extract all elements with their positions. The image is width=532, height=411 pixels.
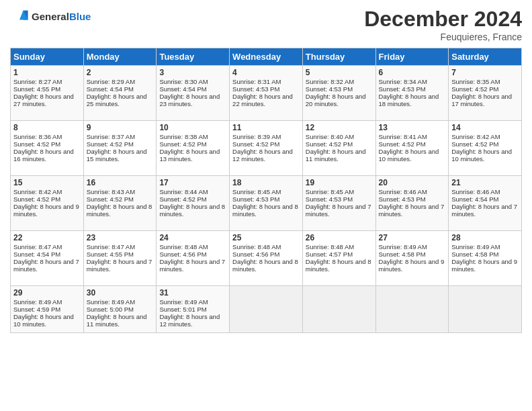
page-header: GeneralBlue December 2024 Feuquieres, Fr… <box>10 7 522 42</box>
table-row: 21Sunrise: 8:46 AMSunset: 4:54 PMDayligh… <box>449 176 522 231</box>
daylight-label: Daylight: 8 hours and 17 minutes. <box>451 93 512 107</box>
day-number: 8 <box>13 123 81 132</box>
table-row: 16Sunrise: 8:43 AMSunset: 4:52 PMDayligh… <box>83 176 157 231</box>
sunset-label: Sunset: 4:52 PM <box>87 140 134 148</box>
daylight-label: Daylight: 8 hours and 13 minutes. <box>159 148 220 163</box>
daylight-label: Daylight: 8 hours and 12 minutes. <box>232 148 293 163</box>
day-number: 17 <box>159 178 226 187</box>
sunset-label: Sunset: 4:53 PM <box>379 195 426 203</box>
daylight-label: Daylight: 8 hours and 25 minutes. <box>87 93 147 107</box>
table-row: 14Sunrise: 8:42 AMSunset: 4:52 PMDayligh… <box>449 121 522 176</box>
day-number: 7 <box>451 68 519 77</box>
logo-general: General <box>32 11 69 22</box>
sunrise-label: Sunrise: 8:42 AM <box>451 133 500 140</box>
table-row: 23Sunrise: 8:47 AMSunset: 4:55 PMDayligh… <box>83 231 157 286</box>
daylight-label: Daylight: 8 hours and 8 minutes. <box>232 203 298 218</box>
day-number: 21 <box>451 178 519 187</box>
sunset-label: Sunset: 4:54 PM <box>451 195 498 203</box>
col-saturday: Saturday <box>449 48 522 66</box>
table-row: 15Sunrise: 8:42 AMSunset: 4:52 PMDayligh… <box>11 176 84 231</box>
sunset-label: Sunset: 4:53 PM <box>306 85 353 93</box>
table-row: 5Sunrise: 8:32 AMSunset: 4:53 PMDaylight… <box>302 66 375 121</box>
day-number: 5 <box>306 68 373 77</box>
day-number: 11 <box>232 123 300 132</box>
sunrise-label: Sunrise: 8:49 AM <box>159 298 208 306</box>
table-row: 1Sunrise: 8:27 AMSunset: 4:55 PMDaylight… <box>11 66 84 121</box>
sunset-label: Sunset: 4:58 PM <box>451 250 498 258</box>
day-number: 3 <box>159 68 226 77</box>
daylight-label: Daylight: 8 hours and 8 minutes. <box>232 258 298 273</box>
sunrise-label: Sunrise: 8:45 AM <box>232 188 281 195</box>
sunrise-label: Sunrise: 8:46 AM <box>451 188 500 195</box>
daylight-label: Daylight: 8 hours and 10 minutes. <box>451 148 512 163</box>
sunset-label: Sunset: 4:52 PM <box>13 140 60 148</box>
sunset-label: Sunset: 4:54 PM <box>13 250 60 258</box>
sunrise-label: Sunrise: 8:30 AM <box>159 78 208 85</box>
sunset-label: Sunset: 4:54 PM <box>87 85 134 93</box>
logo: GeneralBlue <box>10 7 91 26</box>
table-row: 19Sunrise: 8:45 AMSunset: 4:53 PMDayligh… <box>302 176 375 231</box>
daylight-label: Daylight: 8 hours and 8 minutes. <box>87 203 152 218</box>
col-monday: Monday <box>83 48 157 66</box>
table-row: 11Sunrise: 8:39 AMSunset: 4:52 PMDayligh… <box>230 121 303 176</box>
sunrise-label: Sunrise: 8:41 AM <box>379 133 427 140</box>
sunrise-label: Sunrise: 8:48 AM <box>232 243 281 250</box>
daylight-label: Daylight: 8 hours and 8 minutes. <box>159 203 225 218</box>
sunset-label: Sunset: 4:58 PM <box>379 250 426 258</box>
table-row: 26Sunrise: 8:48 AMSunset: 4:57 PMDayligh… <box>302 231 375 286</box>
day-number: 1 <box>13 68 81 77</box>
day-number: 19 <box>306 178 373 187</box>
month-title: December 2024 <box>364 7 522 32</box>
day-number: 9 <box>87 123 154 132</box>
general-blue-icon <box>10 7 29 26</box>
day-number: 29 <box>13 288 81 298</box>
day-number: 12 <box>306 123 373 132</box>
day-number: 25 <box>232 233 300 242</box>
table-row: 4Sunrise: 8:31 AMSunset: 4:53 PMDaylight… <box>230 66 303 121</box>
table-row: 27Sunrise: 8:49 AMSunset: 4:58 PMDayligh… <box>375 231 449 286</box>
day-number: 24 <box>159 233 226 242</box>
sunrise-label: Sunrise: 8:39 AM <box>232 133 281 140</box>
sunset-label: Sunset: 4:52 PM <box>87 195 134 203</box>
daylight-label: Daylight: 8 hours and 11 minutes. <box>87 313 147 328</box>
table-row: 30Sunrise: 8:49 AMSunset: 5:00 PMDayligh… <box>83 286 157 333</box>
sunrise-label: Sunrise: 8:36 AM <box>13 133 62 140</box>
sunset-label: Sunset: 4:52 PM <box>451 85 498 93</box>
table-row: 7Sunrise: 8:35 AMSunset: 4:52 PMDaylight… <box>449 66 522 121</box>
sunrise-label: Sunrise: 8:49 AM <box>13 298 62 306</box>
day-number: 18 <box>232 178 300 187</box>
sunset-label: Sunset: 4:52 PM <box>232 140 279 148</box>
daylight-label: Daylight: 8 hours and 7 minutes. <box>159 258 225 273</box>
sunset-label: Sunset: 4:54 PM <box>159 85 206 93</box>
daylight-label: Daylight: 8 hours and 22 minutes. <box>232 93 293 107</box>
table-row: 6Sunrise: 8:34 AMSunset: 4:53 PMDaylight… <box>375 66 449 121</box>
day-number: 13 <box>379 123 446 132</box>
table-row: 18Sunrise: 8:45 AMSunset: 4:53 PMDayligh… <box>230 176 303 231</box>
day-number: 4 <box>232 68 300 77</box>
day-number: 20 <box>379 178 446 187</box>
table-row <box>230 286 303 333</box>
sunrise-label: Sunrise: 8:49 AM <box>87 298 135 306</box>
sunrise-label: Sunrise: 8:48 AM <box>306 243 354 250</box>
daylight-label: Daylight: 8 hours and 9 minutes. <box>13 203 79 218</box>
day-number: 10 <box>159 123 226 132</box>
sunrise-label: Sunrise: 8:35 AM <box>451 78 500 85</box>
day-number: 16 <box>87 178 154 187</box>
col-wednesday: Wednesday <box>230 48 303 66</box>
sunrise-label: Sunrise: 8:49 AM <box>379 243 427 250</box>
table-row: 12Sunrise: 8:40 AMSunset: 4:52 PMDayligh… <box>302 121 375 176</box>
sunrise-label: Sunrise: 8:49 AM <box>451 243 500 250</box>
sunset-label: Sunset: 4:53 PM <box>306 195 353 203</box>
sunset-label: Sunset: 5:01 PM <box>159 306 206 313</box>
day-number: 2 <box>87 68 154 77</box>
daylight-label: Daylight: 8 hours and 7 minutes. <box>13 258 79 273</box>
logo-blue: Blue <box>69 11 91 22</box>
table-row: 8Sunrise: 8:36 AMSunset: 4:52 PMDaylight… <box>11 121 84 176</box>
daylight-label: Daylight: 8 hours and 7 minutes. <box>379 203 445 218</box>
daylight-label: Daylight: 8 hours and 9 minutes. <box>451 258 517 273</box>
sunrise-label: Sunrise: 8:38 AM <box>159 133 208 140</box>
table-row: 17Sunrise: 8:44 AMSunset: 4:52 PMDayligh… <box>157 176 230 231</box>
sunset-label: Sunset: 4:57 PM <box>306 250 353 258</box>
sunrise-label: Sunrise: 8:27 AM <box>13 78 62 85</box>
sunset-label: Sunset: 4:52 PM <box>159 140 206 148</box>
